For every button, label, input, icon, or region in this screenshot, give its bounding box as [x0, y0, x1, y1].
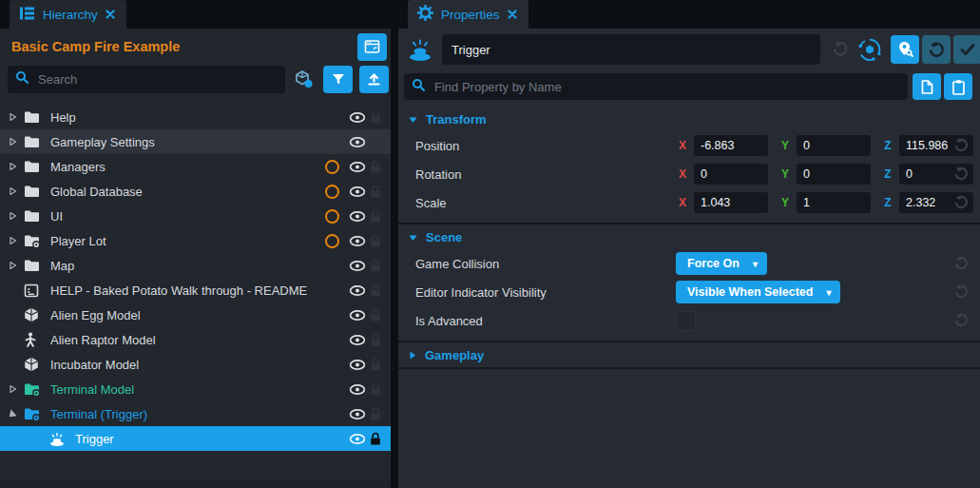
find-property-field[interactable] [432, 79, 900, 95]
eye-icon[interactable] [346, 260, 369, 272]
lock-icon[interactable] [369, 308, 382, 322]
section-gameplay-label: Gameplay [425, 348, 484, 362]
scene-row-label: Game Collision [415, 257, 499, 271]
undo-icon [832, 41, 849, 58]
lock-icon[interactable] [369, 259, 382, 273]
eye-icon[interactable] [346, 185, 369, 198]
network-cube-icon[interactable] [857, 37, 882, 62]
lock-icon[interactable] [369, 160, 382, 174]
axis-x-input[interactable] [694, 135, 768, 156]
hierarchy-footer [0, 480, 391, 488]
lock-icon[interactable] [369, 135, 382, 149]
scene-title: Basic Camp Fire Example [11, 39, 180, 54]
axis-y-input[interactable] [797, 135, 871, 156]
hierarchy-search-field[interactable] [36, 71, 278, 88]
eye-icon[interactable] [346, 210, 369, 223]
caret-collapsed-icon[interactable] [8, 136, 24, 147]
section-gameplay-header[interactable]: Gameplay [398, 342, 980, 367]
tree-row[interactable]: Alien Egg Model [0, 303, 391, 327]
eye-icon[interactable] [346, 284, 369, 297]
tree-row[interactable]: HELP - Baked Potato Walk through - READM… [0, 278, 391, 303]
eye-icon[interactable] [346, 334, 369, 346]
tree-item-label: Terminal Model [50, 382, 134, 397]
lock-icon[interactable] [369, 110, 382, 125]
tree-row[interactable]: Help [0, 105, 391, 129]
tree-row[interactable]: Terminal (Trigger) [0, 401, 391, 426]
apply-check-icon[interactable] [953, 35, 980, 64]
lock-icon[interactable] [369, 209, 382, 224]
eye-icon[interactable] [346, 408, 369, 420]
eye-icon[interactable] [346, 359, 369, 371]
eye-icon[interactable] [346, 111, 369, 124]
tab-hierarchy[interactable]: Hierarchy [10, 0, 126, 29]
tree-row[interactable]: Managers [0, 154, 391, 179]
dropdown-game-collision[interactable]: Force On▾ [676, 252, 767, 275]
lock-icon[interactable] [369, 185, 382, 199]
eye-icon[interactable] [346, 235, 369, 247]
paste-icon[interactable] [944, 73, 972, 100]
axis-y-input[interactable] [797, 164, 871, 185]
caret-collapsed-icon[interactable] [8, 260, 24, 271]
caret-collapsed-icon[interactable] [8, 383, 24, 395]
lock-icon[interactable] [369, 358, 382, 372]
caret-collapsed-icon[interactable] [8, 185, 24, 197]
caret-expanded-icon[interactable] [8, 408, 24, 420]
close-icon[interactable] [508, 8, 517, 22]
folder-icon [24, 110, 42, 124]
tree-row[interactable]: Alien Raptor Model [0, 327, 391, 352]
tree-row[interactable]: Player Lot [0, 228, 391, 253]
eye-icon[interactable] [346, 136, 369, 148]
object-name-input[interactable] [442, 34, 820, 65]
tree-row[interactable]: Global Database [0, 179, 391, 204]
lock-icon[interactable] [369, 382, 382, 397]
export-icon[interactable] [359, 66, 389, 93]
lock-icon[interactable] [369, 407, 382, 421]
tab-properties[interactable]: Properties [408, 0, 528, 29]
reset-undo-icon[interactable] [953, 195, 969, 214]
eye-icon[interactable] [346, 433, 369, 445]
tree-row[interactable]: Gameplay Settings [0, 129, 391, 154]
dropdown-editor-indicator-visibility[interactable]: Visible When Selected▾ [676, 281, 840, 303]
close-icon[interactable] [106, 8, 115, 22]
group-objects-icon[interactable] [292, 69, 317, 89]
eye-icon[interactable] [346, 383, 369, 396]
tree-row[interactable]: Map [0, 253, 391, 278]
locate-pin-icon[interactable] [891, 35, 919, 64]
revert-undo-icon[interactable] [922, 35, 951, 64]
axis-x-input[interactable] [694, 192, 768, 213]
caret-collapsed-icon[interactable] [8, 235, 24, 246]
find-property-input[interactable] [404, 73, 908, 100]
axis-x-input[interactable] [694, 164, 768, 185]
tree-item-label: UI [50, 209, 63, 224]
caret-collapsed-icon[interactable] [8, 161, 24, 172]
axis-x-label: X [678, 196, 687, 209]
caret-collapsed-icon[interactable] [8, 210, 24, 222]
section-transform-header[interactable]: Transform [398, 107, 980, 131]
hierarchy-search-input[interactable] [8, 66, 285, 93]
tree-row[interactable]: Terminal Model [0, 377, 391, 401]
axis-y-label: Y [780, 139, 790, 152]
reset-undo-icon[interactable] [953, 166, 969, 185]
reset-undo-icon[interactable] [953, 256, 969, 275]
caret-collapsed-icon[interactable] [8, 111, 24, 123]
checkbox-is-advanced[interactable] [676, 311, 696, 331]
lock-icon[interactable] [369, 432, 382, 446]
axis-y-input[interactable] [797, 192, 871, 213]
tree-row[interactable]: UI [0, 204, 391, 228]
tree-item-label: Trigger [75, 432, 114, 446]
tree-row[interactable]: Trigger [0, 426, 391, 451]
create-template-icon[interactable] [357, 33, 387, 61]
reset-undo-icon[interactable] [953, 138, 969, 157]
filter-icon[interactable] [323, 66, 353, 93]
reset-undo-icon[interactable] [953, 313, 969, 332]
tree-row[interactable]: Incubator Model [0, 352, 391, 377]
tab-properties-label: Properties [441, 8, 500, 22]
lock-icon[interactable] [369, 333, 382, 347]
section-scene-header[interactable]: Scene [398, 224, 980, 249]
copy-icon[interactable] [913, 73, 941, 100]
eye-icon[interactable] [346, 161, 369, 173]
reset-undo-icon[interactable] [953, 284, 969, 303]
lock-icon[interactable] [369, 283, 382, 298]
lock-icon[interactable] [369, 234, 382, 248]
eye-icon[interactable] [346, 309, 369, 322]
